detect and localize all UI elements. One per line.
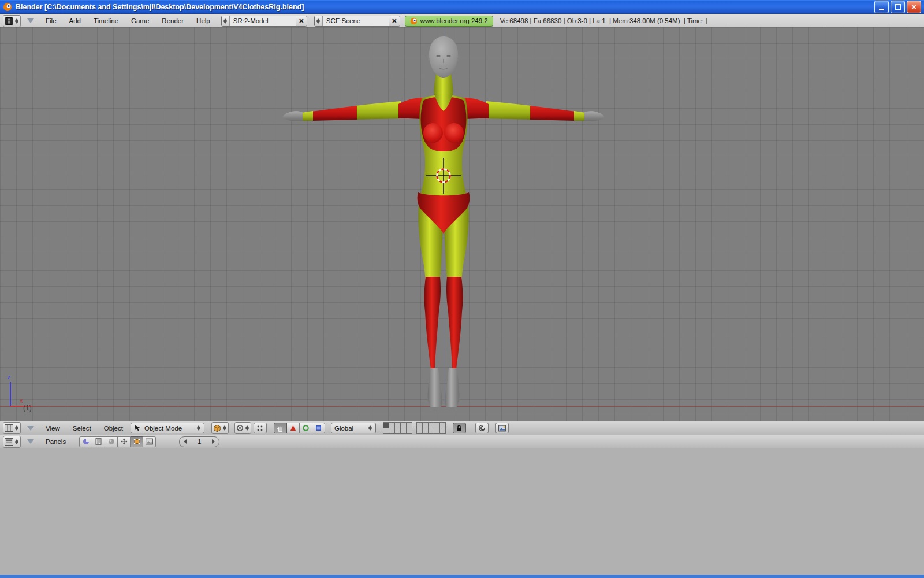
scene-delete-icon[interactable]: ✕: [389, 16, 400, 26]
pivot-stepper[interactable]: [245, 425, 249, 431]
proportional-falloff-button[interactable]: [475, 423, 489, 433]
header-collapse-icon[interactable]: [27, 18, 34, 23]
menu-file[interactable]: File: [40, 17, 62, 24]
panels-menu[interactable]: Panels: [40, 438, 71, 445]
model-figure[interactable]: [0, 27, 924, 421]
model-left-foot: [428, 368, 442, 407]
blender-window: Blender [C:\Documents and Settings\mjl\D…: [0, 0, 924, 578]
manipulator-toggle-button[interactable]: [274, 423, 287, 433]
model-left-forearm: [312, 106, 357, 121]
window-type-button-info[interactable]: [3, 15, 21, 27]
buttons-panel-area[interactable]: [0, 448, 924, 575]
buttons-window-header: Panels: [0, 435, 924, 449]
model-right-wrist: [574, 111, 586, 121]
window-type-stepper[interactable]: [14, 425, 19, 431]
logic-buttons-button[interactable]: [79, 436, 92, 447]
model-left-wrist: [301, 111, 313, 121]
scene-arrows-icon: [121, 438, 128, 445]
editing-image-icon: [146, 438, 153, 445]
draw-type-button[interactable]: [211, 422, 229, 434]
layer-grid-right[interactable]: [416, 422, 446, 434]
restore-button[interactable]: [891, 1, 905, 13]
close-icon: ✕: [911, 3, 916, 11]
minimize-button[interactable]: [874, 1, 889, 13]
pivot-center-icon: [236, 424, 244, 432]
model-left-upperarm: [356, 101, 401, 120]
layer-grid-left[interactable]: [383, 422, 412, 434]
window-type-stepper[interactable]: [14, 439, 19, 444]
window-bottom-border: [0, 575, 924, 578]
mode-stepper[interactable]: [196, 425, 201, 431]
orientation-value: Global: [334, 425, 365, 432]
window-type-stepper[interactable]: [14, 18, 19, 24]
menu-game[interactable]: Game: [126, 17, 154, 24]
scene-buttons-button[interactable]: [118, 436, 131, 447]
frame-number-value[interactable]: 1: [192, 438, 207, 445]
axis-x-label: x: [20, 397, 23, 404]
blender-version-button[interactable]: www.blender.org 249.2: [405, 16, 493, 27]
grid-3dview-icon: [5, 424, 13, 432]
spiral-icon: [478, 424, 486, 432]
pivot-align-button[interactable]: [254, 423, 267, 433]
menu-select[interactable]: Select: [68, 425, 96, 432]
draw-type-stepper[interactable]: [222, 425, 227, 431]
minimize-icon: [879, 9, 884, 10]
scene-selector[interactable]: SCE:Scene ✕: [314, 16, 400, 27]
model-right-forearm: [530, 106, 575, 121]
render-preview-button[interactable]: [495, 423, 509, 433]
blender-logo-icon: [410, 17, 418, 25]
orientation-dropdown[interactable]: Global: [331, 423, 376, 433]
mode-dropdown[interactable]: Object Mode: [131, 423, 204, 433]
translate-manipulator-button[interactable]: [287, 423, 300, 433]
lock-icon: [456, 424, 463, 432]
material-sphere-icon: [108, 438, 115, 445]
model-left-breast: [423, 123, 443, 143]
active-layer-label: (1): [23, 404, 32, 412]
scale-manipulator-button[interactable]: [312, 423, 325, 433]
screen-selector[interactable]: SR:2-Model ✕: [221, 16, 307, 27]
model-right-calf: [446, 277, 463, 369]
layer-buttons: [383, 422, 446, 434]
frame-number-field[interactable]: 1: [179, 436, 219, 447]
scene-selector-stepper[interactable]: [315, 16, 323, 26]
frame-decrement-icon[interactable]: [184, 439, 187, 444]
axis-indicator: z x: [5, 373, 45, 409]
close-button[interactable]: ✕: [907, 1, 921, 13]
menu-view[interactable]: View: [40, 425, 65, 432]
screen-delete-icon[interactable]: ✕: [296, 16, 307, 26]
render-image-icon: [498, 425, 506, 432]
object-buttons-button[interactable]: [131, 436, 143, 447]
menu-add[interactable]: Add: [64, 17, 86, 24]
viewport-3d[interactable]: z x (1): [0, 27, 924, 421]
lock-layers-button[interactable]: [453, 423, 466, 433]
rotate-ring-icon: [302, 424, 310, 432]
shading-buttons-button[interactable]: [105, 436, 118, 447]
header-collapse-icon[interactable]: [27, 439, 34, 444]
editing-buttons-button[interactable]: [143, 436, 156, 447]
orientation-stepper[interactable]: [368, 425, 372, 431]
script-buttons-button[interactable]: [92, 436, 105, 447]
hand-icon: [277, 424, 284, 432]
screen-selector-stepper[interactable]: [222, 16, 230, 26]
scene-selector-value[interactable]: SCE:Scene: [323, 17, 389, 24]
rotate-manipulator-button[interactable]: [300, 423, 312, 433]
frame-increment-icon[interactable]: [212, 439, 215, 444]
window-title-bar[interactable]: Blender [C:\Documents and Settings\mjl\D…: [0, 0, 924, 14]
restore-icon: [895, 4, 901, 10]
axis-z-label: z: [8, 373, 11, 380]
model-right-eye: [447, 55, 451, 57]
screen-selector-value[interactable]: SR:2-Model: [230, 17, 296, 24]
model-right-upperarm: [486, 101, 531, 120]
window-type-button-3dview[interactable]: [3, 422, 21, 434]
window-controls: ✕: [874, 1, 921, 13]
pivot-dropdown[interactable]: [234, 422, 251, 434]
menu-help[interactable]: Help: [191, 17, 215, 24]
buttons-context-group: [79, 436, 156, 447]
menu-render[interactable]: Render: [157, 17, 189, 24]
script-icon: [95, 438, 102, 445]
window-type-button-buttons[interactable]: [3, 436, 21, 448]
menu-object[interactable]: Object: [99, 425, 128, 432]
info-window-icon: [5, 17, 13, 25]
menu-timeline[interactable]: Timeline: [88, 17, 124, 24]
header-collapse-icon[interactable]: [27, 426, 34, 431]
